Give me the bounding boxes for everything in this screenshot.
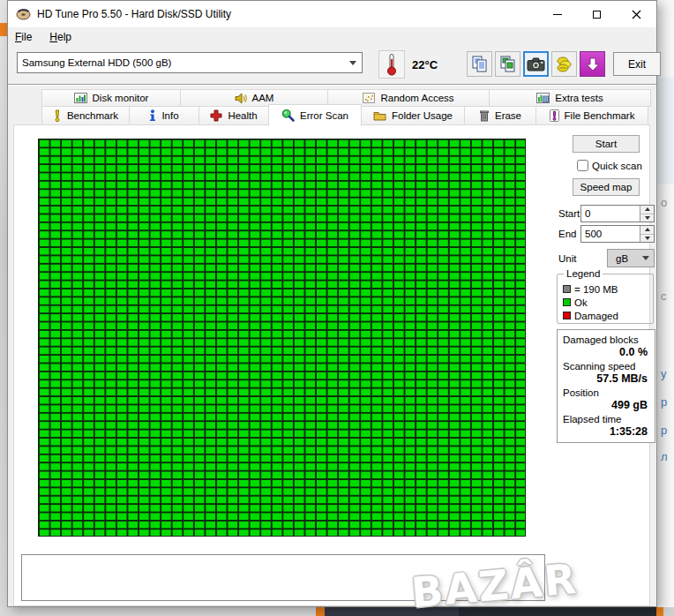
tab-erase[interactable]: Erase: [464, 106, 536, 125]
damaged-blocks-label: Damaged blocks: [563, 334, 649, 345]
extra-tests-icon: [536, 93, 550, 103]
tab-label: Health: [228, 110, 257, 121]
unit-value: gB: [608, 253, 638, 264]
tab-folder-usage[interactable]: Folder Usage: [361, 106, 465, 125]
tab-info[interactable]: Info: [129, 106, 199, 125]
end-field: [580, 225, 655, 243]
file-benchmark-icon: [550, 109, 559, 122]
close-icon: [632, 10, 641, 19]
speed-map-button[interactable]: Speed map: [573, 178, 640, 196]
copy-image-icon: [499, 56, 517, 73]
drive-select-value[interactable]: [18, 53, 344, 72]
damaged-swatch: [563, 312, 571, 319]
exit-button[interactable]: Exit: [613, 52, 661, 76]
camera-icon: [527, 56, 545, 72]
end-spin-down-button[interactable]: [640, 234, 654, 243]
window-title: HD Tune Pro 5.50 - Hard Disk/SSD Utility: [37, 8, 231, 20]
drive-select-combobox[interactable]: [17, 52, 363, 73]
menubar: File Help: [8, 27, 656, 47]
scatter-plot-icon: [363, 93, 375, 103]
health-cross-icon: [210, 109, 222, 122]
spin-up-icon: [645, 228, 650, 231]
end-spin-up-button[interactable]: [640, 226, 654, 234]
damaged-blocks-value: 0.0 %: [563, 346, 648, 358]
tab-error-scan[interactable]: Error Scan: [268, 104, 362, 126]
scan-statistics-box: Damaged blocks 0.0 % Scanning speed 57.5…: [557, 329, 655, 443]
quick-scan-checkbox[interactable]: [577, 160, 588, 171]
start-input[interactable]: [581, 206, 640, 222]
thermometer-icon: [386, 53, 398, 76]
background-photo-left-edge: [0, 0, 7, 607]
tab-health[interactable]: Health: [198, 106, 269, 125]
minimize-button[interactable]: [537, 1, 577, 27]
save-results-button[interactable]: [580, 51, 605, 77]
menu-file[interactable]: File: [15, 31, 32, 43]
tab-label: Erase: [495, 110, 521, 121]
start-field: [580, 205, 655, 222]
minimize-icon: [553, 14, 562, 15]
start-spinner: [640, 206, 654, 222]
legend-title: Legend: [564, 268, 603, 279]
benchmark-icon: [53, 109, 62, 122]
tab-row-2: Benchmark Info Health Error Scan: [41, 106, 648, 125]
tab-extra-tests[interactable]: Extra tests: [489, 89, 651, 107]
tab-file-benchmark[interactable]: File Benchmark: [535, 106, 648, 125]
register-button[interactable]: [551, 51, 577, 77]
menu-help[interactable]: Help: [49, 31, 71, 43]
background-text-fragment: у: [661, 367, 667, 380]
error-scan-magnifier-icon: [281, 109, 295, 122]
hd-tune-window: HD Tune Pro 5.50 - Hard Disk/SSD Utility…: [7, 0, 657, 607]
close-button[interactable]: [617, 1, 656, 27]
scanning-speed-label: Scanning speed: [563, 361, 649, 372]
error-scan-block-map: [38, 139, 526, 537]
legend-item-damaged: Damaged: [563, 309, 653, 322]
background-text-fragment: л: [661, 450, 668, 463]
position-label: Position: [563, 387, 649, 398]
block-size-swatch: [563, 285, 571, 293]
copy-image-button[interactable]: [495, 51, 520, 77]
end-input[interactable]: [581, 226, 640, 242]
down-arrow-icon: [585, 56, 601, 72]
coins-icon: [556, 56, 573, 73]
tab-label: Info: [161, 110, 178, 121]
background-photo-bottom-strip: [0, 607, 674, 616]
tab-label: Folder Usage: [392, 110, 453, 121]
start-spin-up-button[interactable]: [640, 206, 654, 214]
maximize-icon: [593, 11, 601, 19]
tab-benchmark[interactable]: Benchmark: [41, 106, 130, 125]
start-spin-down-button[interactable]: [640, 214, 654, 222]
combobox-dropdown-button[interactable]: [344, 53, 362, 72]
background-text-fragment: р: [661, 395, 667, 409]
chevron-down-icon: [638, 256, 654, 260]
scanning-speed-value: 57.5 MB/s: [563, 372, 648, 385]
tab-disk-monitor[interactable]: Disk monitor: [41, 89, 181, 107]
window-controls: [537, 1, 656, 27]
spin-down-icon: [645, 216, 650, 220]
info-icon: [149, 109, 156, 122]
legend-box: = 190 MB Ok Damaged: [557, 274, 654, 324]
temperature-value: 22°C: [412, 58, 438, 71]
end-spinner: [640, 226, 654, 242]
quick-scan-row: Quick scan: [577, 160, 642, 171]
folder-icon: [373, 110, 386, 121]
copy-text-button[interactable]: [467, 51, 492, 77]
titlebar[interactable]: HD Tune Pro 5.50 - Hard Disk/SSD Utility: [8, 1, 656, 27]
chevron-down-icon: [349, 61, 356, 65]
unit-dropdown[interactable]: gB: [607, 249, 655, 267]
spin-down-icon: [645, 237, 650, 240]
start-button[interactable]: Start: [573, 135, 640, 153]
screenshot-button[interactable]: [523, 51, 549, 77]
ok-swatch: [563, 298, 571, 306]
maximize-button[interactable]: [577, 1, 617, 27]
tab-label: Extra tests: [555, 93, 603, 103]
tab-label: Benchmark: [67, 110, 118, 121]
tab-label: Random Access: [380, 93, 453, 103]
background-text-fragment: р: [661, 424, 667, 437]
trash-icon: [479, 109, 490, 122]
tab-label: Disk monitor: [93, 93, 149, 103]
legend-item-ok: Ok: [563, 296, 653, 309]
tab-label: File Benchmark: [565, 110, 635, 121]
spin-up-icon: [645, 207, 650, 211]
unit-field-label: Unit: [558, 253, 576, 264]
background-text-fragment: о: [661, 196, 667, 209]
